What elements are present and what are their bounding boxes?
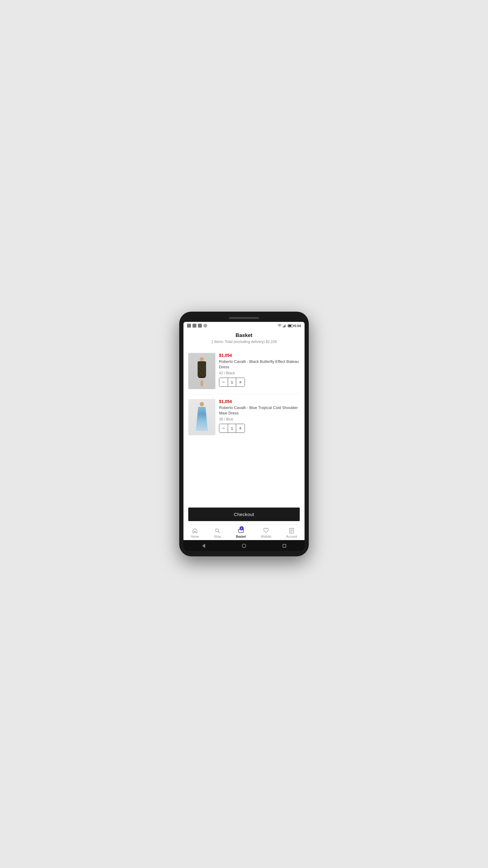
basket-badge: 2 [239,526,244,530]
nav-label-home: Home [191,535,199,538]
items-list: $1,054 Roberto Cavalli - Black Butterfly… [184,348,304,504]
item-image-2 [188,399,216,435]
checkout-section: Checkout [184,504,304,525]
basket-summary: 2 items: Total (excluding delivery) $2,1… [184,340,304,348]
item-image-1 [188,353,216,389]
shield-status-icon [193,324,196,328]
item-variant-1: 42 / Black [219,371,300,375]
bottom-nav: Home Shop 2 [184,525,304,540]
phone-device: 5:54 Basket 2 items: Total (excluding de… [179,312,309,556]
nav-item-basket[interactable]: 2 Basket [233,527,248,538]
battery-icon [288,324,293,327]
account-icon [288,527,295,534]
item-price-2: $1,054 [219,399,300,404]
heart-icon [263,527,269,534]
item-variant-2: 38 / Blue [219,417,300,421]
status-right-icons: 5:54 [278,324,301,328]
checkout-button[interactable]: Checkout [188,507,300,521]
quantity-increase-1[interactable]: + [236,378,245,386]
svg-rect-3 [286,324,286,327]
quantity-control-1: − 1 + [219,378,245,387]
sim-status-icon [198,324,202,328]
home-icon [192,527,198,534]
phone-notch [229,317,259,319]
quantity-control-2: − 1 + [219,424,245,433]
basket-icon: 2 [238,527,244,534]
quantity-decrease-2[interactable]: − [219,424,228,433]
phone-screen: 5:54 Basket 2 items: Total (excluding de… [184,322,304,551]
item-name-2: Roberto Cavalli - Blue Tropical Cold Sho… [219,405,300,416]
basket-item-1: $1,054 Roberto Cavalli - Black Butterfly… [188,348,300,394]
basket-item-2: $1,054 Roberto Cavalli - Blue Tropical C… [188,394,300,440]
android-recent-button[interactable] [282,543,287,549]
nav-item-home[interactable]: Home [189,527,201,538]
nav-item-shop[interactable]: Shop [212,527,223,538]
page-title: Basket [184,329,304,340]
quantity-increase-2[interactable]: + [236,424,245,433]
dot-status-icon [203,324,207,328]
svg-rect-2 [285,325,285,327]
nav-label-basket: Basket [236,535,246,538]
svg-rect-1 [284,326,284,328]
page-content: Basket 2 items: Total (excluding deliver… [184,329,304,504]
android-nav-bar [184,540,304,551]
quantity-value-1: 1 [228,378,236,386]
nav-label-account: Account [286,535,297,538]
quantity-value-2: 1 [228,424,236,433]
svg-line-5 [218,532,220,533]
status-time: 5:54 [294,324,301,328]
signal-icon [283,324,287,327]
quantity-decrease-1[interactable]: − [219,378,228,386]
item-name-1: Roberto Cavalli - Black Butterfly Effect… [219,359,300,370]
status-left-icons [187,324,207,328]
nav-label-wishlist: Wishlist [261,535,271,538]
item-price-1: $1,054 [219,353,300,358]
android-back-button[interactable] [201,543,206,549]
item-details-1: $1,054 Roberto Cavalli - Black Butterfly… [219,353,300,389]
nav-item-wishlist[interactable]: Wishlist [258,527,273,538]
settings-status-icon [187,324,191,328]
wifi-icon [278,324,282,327]
svg-rect-0 [283,327,284,327]
nav-item-account[interactable]: Account [284,527,299,538]
android-home-button[interactable] [241,543,247,549]
nav-label-shop: Shop [214,535,221,538]
status-bar: 5:54 [184,322,304,329]
search-icon [214,527,221,534]
item-details-2: $1,054 Roberto Cavalli - Blue Tropical C… [219,399,300,435]
